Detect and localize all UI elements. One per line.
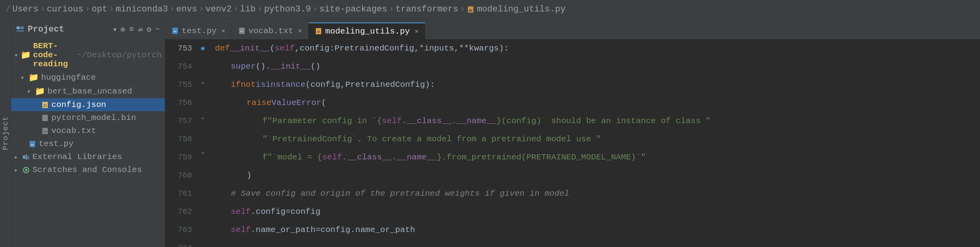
code-line-759: f"`model = {self.__class__.__name__}.fro…: [215, 148, 980, 167]
code-line-762: self.config = config: [215, 203, 980, 221]
sidebar-title: Project: [28, 24, 109, 34]
code-line-763: self.name_or_path = config.name_or_path: [215, 221, 980, 239]
breadcrumb-envs[interactable]: envs: [176, 4, 197, 14]
code-line-760: ): [215, 167, 980, 185]
code-line-761: # Save config and origin of the pretrain…: [215, 185, 980, 203]
tab-close-button[interactable]: ✕: [221, 27, 225, 35]
tree-label: test.py: [39, 139, 74, 148]
expand-arrow: ▾: [21, 74, 26, 82]
svg-rect-2: [17, 26, 20, 29]
tree-item-vocab-txt[interactable]: ▸ txt vocab.txt: [11, 124, 165, 137]
folder-icon: 📁: [28, 73, 39, 82]
tree-path: ~/Desktop/pytorch: [77, 51, 162, 60]
line-num-753: 753: [165, 39, 192, 58]
gutter-760: [197, 163, 209, 180]
breadcrumb-python39[interactable]: python3.9: [264, 4, 311, 14]
add-icon[interactable]: ⊕: [121, 24, 125, 34]
tree-item-external-libraries[interactable]: ▸ External Libraries: [11, 150, 165, 163]
svg-text:txt: txt: [240, 30, 243, 33]
tree-item-scratches-consoles[interactable]: ▸ Scratches and Consoles: [11, 163, 165, 176]
scratch-icon: [22, 166, 30, 174]
tab-test-py[interactable]: py test.py ✕: [165, 22, 232, 39]
collapse-arrow: ▸: [14, 153, 20, 161]
tree-item-bert-base-uncased[interactable]: ▾ 📁 bert_base_uncased: [11, 84, 165, 98]
code-line-757: f"Parameter config in `{self.__class__._…: [215, 112, 980, 130]
func-name: __init__: [230, 39, 270, 58]
tree-label: External Libraries: [32, 152, 122, 161]
breadcrumb-bar: / Users › curious › opt › miniconda3 › e…: [0, 0, 980, 19]
breadcrumb-lib[interactable]: lib: [240, 4, 256, 14]
fold-icon-757[interactable]: ▾: [201, 110, 205, 128]
svg-rect-14: [28, 156, 29, 159]
line-num-755: 755: [165, 76, 192, 94]
line-num-758: 758: [165, 130, 192, 148]
breadcrumb-miniconda3[interactable]: miniconda3: [116, 4, 168, 14]
project-icon: [16, 25, 24, 34]
json-file-icon: {}: [41, 101, 49, 109]
breadcrumb-opt[interactable]: opt: [92, 4, 107, 14]
code-lines[interactable]: def __init__(self, config: PretrainedCon…: [209, 39, 980, 247]
folder-icon: 📁: [35, 86, 45, 96]
expand-arrow: ▾: [14, 51, 18, 59]
line-num-759: 759: [165, 148, 192, 167]
gutter-764: [197, 230, 209, 247]
sidebar-actions: ⊕ ≡ ⇌ ⚙ −: [121, 24, 160, 34]
svg-rect-12: [23, 155, 25, 159]
code-line-755: if not isinstance(config, PretrainedConf…: [215, 76, 980, 94]
breadcrumb-site-packages[interactable]: site-packages: [319, 4, 387, 14]
gutter-758: [197, 128, 209, 145]
gutter-755[interactable]: ▾: [197, 75, 209, 93]
breadcrumb-curious[interactable]: curious: [47, 4, 83, 14]
tree-item-test-py[interactable]: ▸ py test.py: [11, 137, 165, 150]
settings-icon[interactable]: ⚙: [147, 24, 151, 34]
editor-content[interactable]: 753 754 755 756 757 758 759 760 761 762 …: [165, 39, 980, 247]
breadcrumb-filename: modeling_utils.py: [477, 4, 565, 14]
tab-modeling-utils-py[interactable]: py modeling_utils.py ✕: [309, 22, 425, 39]
tab-bar: py test.py ✕ txt vocab.txt ✕ py modeling…: [165, 19, 980, 39]
collapse-all-icon[interactable]: ≡: [129, 25, 134, 34]
tree-label: BERT-code-reading: [33, 41, 72, 69]
line-num-754: 754: [165, 58, 192, 76]
dropdown-icon[interactable]: ▾: [113, 24, 117, 34]
tab-close-button[interactable]: ✕: [415, 27, 418, 35]
tree-label: bert_base_uncased: [47, 87, 132, 96]
svg-rect-4: [17, 30, 24, 32]
line-num-757: 757: [165, 112, 192, 130]
gutter-756: [197, 93, 209, 110]
py-file-icon: py: [28, 140, 36, 148]
tree-item-config-json[interactable]: ▸ {} config.json: [11, 98, 165, 111]
collapse-arrow: ▸: [14, 166, 20, 174]
tab-label: modeling_utils.py: [325, 27, 410, 36]
breadcrumb-transformers[interactable]: transformers: [396, 4, 458, 14]
bookmark-icon-753: ◉: [201, 39, 205, 58]
code-line-756: raise ValueError(: [215, 94, 980, 112]
gutter-757[interactable]: ▾: [197, 110, 209, 128]
tree-item-bert-code-reading[interactable]: ▾ 📁 BERT-code-reading ~/Desktop/pytorch: [11, 39, 165, 71]
minimize-icon[interactable]: −: [155, 25, 160, 34]
fold-icon-755[interactable]: ▾: [201, 75, 205, 93]
py-active-tab-icon: py: [315, 28, 322, 35]
tab-vocab-txt[interactable]: txt vocab.txt ✕: [232, 22, 309, 39]
tree-label: Scratches and Consoles: [32, 165, 142, 174]
gutter-762: [197, 196, 209, 213]
line-num-764: 764: [165, 239, 192, 247]
fold-icon-759[interactable]: ▾: [201, 144, 205, 163]
tree-item-pytorch-model-bin[interactable]: ▸ pytorch_model.bin: [11, 111, 165, 124]
gutter-754: [197, 58, 209, 75]
scroll-to-icon[interactable]: ⇌: [138, 24, 143, 34]
gutter-759[interactable]: ▾: [197, 144, 209, 163]
line-num-762: 762: [165, 203, 192, 221]
code-line-753: def __init__(self, config: PretrainedCon…: [215, 39, 980, 58]
tab-close-button[interactable]: ✕: [298, 27, 302, 35]
py-tab-icon: py: [172, 27, 179, 34]
svg-rect-13: [25, 155, 27, 159]
tree-item-huggingface[interactable]: ▾ 📁 huggingface: [11, 71, 165, 84]
line-num-763: 763: [165, 221, 192, 239]
svg-rect-7: [42, 115, 48, 121]
tree-label: vocab.txt: [51, 126, 96, 135]
line-num-760: 760: [165, 167, 192, 185]
svg-text:py: py: [469, 8, 473, 12]
txt-tab-icon: txt: [238, 27, 245, 34]
breadcrumb-users[interactable]: Users: [12, 4, 38, 14]
breadcrumb-venv2[interactable]: venv2: [205, 4, 232, 14]
